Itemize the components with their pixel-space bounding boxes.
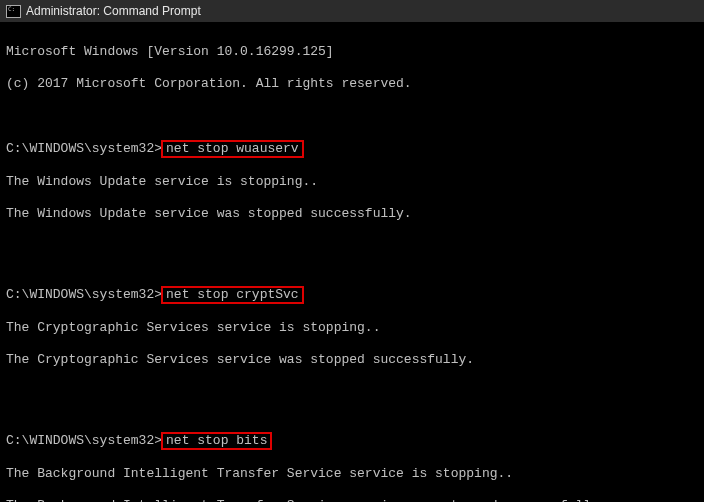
cmd-highlight: net stop bits: [161, 432, 272, 450]
header-line: Microsoft Windows [Version 10.0.16299.12…: [6, 44, 698, 60]
prompt-line: C:\WINDOWS\system32>net stop bits: [6, 432, 698, 450]
output-line: The Cryptographic Services service was s…: [6, 352, 698, 368]
prompt-line: C:\WINDOWS\system32>net stop wuauserv: [6, 140, 698, 158]
output-line: The Windows Update service is stopping..: [6, 174, 698, 190]
output-line: The Cryptographic Services service is st…: [6, 320, 698, 336]
output-line: The Windows Update service was stopped s…: [6, 206, 698, 222]
window-title: Administrator: Command Prompt: [26, 4, 201, 18]
header-line: (c) 2017 Microsoft Corporation. All righ…: [6, 76, 698, 92]
output-line: The Background Intelligent Transfer Serv…: [6, 498, 698, 502]
window-titlebar[interactable]: Administrator: Command Prompt: [0, 0, 704, 22]
terminal-area[interactable]: Microsoft Windows [Version 10.0.16299.12…: [0, 22, 704, 502]
prompt-line: C:\WINDOWS\system32>net stop cryptSvc: [6, 286, 698, 304]
cmd-icon: [6, 5, 20, 17]
cmd-highlight: net stop wuauserv: [161, 140, 304, 158]
cmd-highlight: net stop cryptSvc: [161, 286, 304, 304]
output-line: The Background Intelligent Transfer Serv…: [6, 466, 698, 482]
